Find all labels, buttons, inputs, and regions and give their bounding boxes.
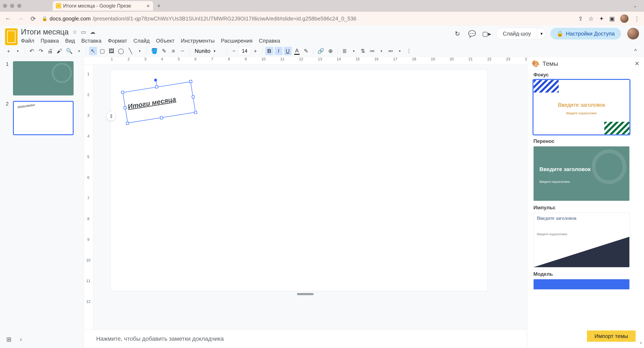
thumbnail-2[interactable]: 2 Итоги месяца xyxy=(6,101,78,135)
selected-textbox[interactable]: Итоги месяца xyxy=(122,81,196,123)
underline-button[interactable]: U xyxy=(284,47,292,55)
notes-resize-handle[interactable] xyxy=(297,293,314,295)
star-doc-icon[interactable]: ☆ xyxy=(72,29,77,35)
bold-button[interactable]: B xyxy=(265,47,273,55)
menu-tools[interactable]: Инструменты xyxy=(181,38,214,44)
insert-comment-button[interactable]: ⊕ xyxy=(326,47,334,55)
extensions-icon[interactable]: ✦ xyxy=(599,15,604,22)
share-button[interactable]: 🔒 Настройки Доступа xyxy=(550,28,621,39)
slideshow-dropdown[interactable]: ▾ xyxy=(537,28,546,39)
numbered-dropdown[interactable]: ▾ xyxy=(396,47,404,55)
speaker-notes[interactable]: Нажмите, чтобы добавить заметки докладчи… xyxy=(84,329,527,348)
font-size-increase[interactable]: + xyxy=(251,47,259,55)
menu-help[interactable]: Справка xyxy=(259,38,280,44)
share-icon[interactable]: ⇪ xyxy=(578,15,583,22)
line-spacing-button[interactable]: ⇅ xyxy=(359,47,367,55)
url-field[interactable]: 🔒 docs.google.com/presentation/d/1-qp78z… xyxy=(42,15,573,22)
resize-n[interactable] xyxy=(155,85,158,89)
doc-title[interactable]: Итоги месяца xyxy=(21,27,68,36)
fill-color-button[interactable]: 🪣 xyxy=(150,47,159,55)
menu-format[interactable]: Формат xyxy=(108,38,127,44)
back-button[interactable]: ← xyxy=(4,15,12,22)
meet-icon[interactable]: ▢▸ xyxy=(482,29,492,39)
resize-e[interactable] xyxy=(192,95,195,99)
numbered-list-button[interactable]: ≕ xyxy=(386,47,394,55)
profile-avatar[interactable] xyxy=(620,14,628,23)
rotate-handle[interactable] xyxy=(154,78,157,82)
new-tab-button[interactable]: + xyxy=(155,2,163,9)
bulleted-dropdown[interactable]: ▾ xyxy=(378,47,385,55)
explore-toggle-icon[interactable]: ‹ xyxy=(640,340,642,346)
window-close-dot[interactable] xyxy=(3,4,7,8)
menu-extensions[interactable]: Расширения xyxy=(221,38,252,44)
thumbnail-1[interactable]: 1 xyxy=(6,61,78,95)
window-zoom-dot[interactable] xyxy=(17,4,21,8)
menu-insert[interactable]: Вставка xyxy=(81,38,102,44)
theme-card-model[interactable] xyxy=(534,279,630,290)
align-dropdown[interactable]: ▾ xyxy=(350,47,358,55)
more-tools[interactable]: ⋮ xyxy=(405,47,413,55)
paint-format-button[interactable]: 🖌 xyxy=(56,47,63,55)
shape-tool[interactable]: ◯ xyxy=(117,47,125,55)
comments-icon[interactable]: 💬 xyxy=(467,29,477,39)
window-chevron-icon[interactable]: ⌄ xyxy=(633,3,637,8)
slideshow-button[interactable]: Слайд-шоу xyxy=(496,28,537,39)
font-size-input[interactable] xyxy=(238,47,251,55)
select-tool[interactable]: ↖ xyxy=(89,47,97,55)
forward-button[interactable]: → xyxy=(17,15,24,22)
browser-tab[interactable]: Итоги месяца - Google Презе × xyxy=(53,1,153,11)
reload-button[interactable]: ⟳ xyxy=(29,15,37,22)
resize-ne[interactable] xyxy=(189,80,192,83)
line-tool[interactable]: ╲ xyxy=(126,47,134,55)
close-themes-icon[interactable]: ✕ xyxy=(634,60,640,67)
align-button[interactable]: ≣ xyxy=(340,47,348,55)
collapse-filmstrip-icon[interactable]: ‹ xyxy=(20,336,22,343)
account-avatar[interactable] xyxy=(627,28,639,39)
import-theme-button[interactable]: Импорт темы xyxy=(587,331,636,342)
resize-sw[interactable] xyxy=(126,122,129,125)
window-controls[interactable] xyxy=(3,4,21,8)
border-dash-button[interactable]: ┄ xyxy=(178,47,186,55)
theme-card-impulse[interactable]: Введите заголовок Введите подзаголовок xyxy=(534,213,630,267)
border-color-button[interactable]: ✎ xyxy=(160,47,168,55)
font-select[interactable]: Nunito ▾ xyxy=(192,48,224,54)
zoom-button[interactable]: 🔍 xyxy=(64,47,74,55)
image-tool[interactable]: 🖼 xyxy=(108,47,116,55)
highlight-button[interactable]: ✎ xyxy=(302,47,310,55)
border-weight-button[interactable]: ≡ xyxy=(169,47,177,55)
move-doc-icon[interactable]: ▭ xyxy=(81,29,86,35)
grid-view-icon[interactable]: ⊞ xyxy=(6,336,12,343)
resize-s[interactable] xyxy=(160,116,163,119)
sidepanel-icon[interactable]: ▣ xyxy=(609,15,615,22)
kebab-icon[interactable]: ⋮ xyxy=(634,15,640,22)
bulleted-list-button[interactable]: ≔ xyxy=(368,47,376,55)
tab-close-icon[interactable]: × xyxy=(146,3,150,9)
new-slide-button[interactable]: ＋ xyxy=(4,47,12,55)
undo-button[interactable]: ↶ xyxy=(28,47,36,55)
insert-link-button[interactable]: 🔗 xyxy=(316,47,325,55)
menu-edit[interactable]: Правка xyxy=(40,38,59,44)
new-slide-dropdown[interactable]: ▾ xyxy=(14,47,22,55)
menu-slide[interactable]: Слайд xyxy=(134,38,150,44)
window-minimize-dot[interactable] xyxy=(10,4,14,8)
resize-nw[interactable] xyxy=(121,91,124,94)
resize-se[interactable] xyxy=(194,111,198,114)
font-size-decrease[interactable]: − xyxy=(230,47,238,55)
fit-handle-icon[interactable]: ⇕ xyxy=(107,112,116,121)
star-icon[interactable]: ☆ xyxy=(588,15,594,22)
menu-file[interactable]: Файл xyxy=(21,38,34,44)
italic-button[interactable]: I xyxy=(274,47,282,55)
theme-card-perenos[interactable]: Введите заголовок Введите подзаголовок xyxy=(534,146,630,201)
redo-button[interactable]: ↷ xyxy=(37,47,45,55)
resize-w[interactable] xyxy=(123,106,127,109)
menu-object[interactable]: Объект xyxy=(156,38,174,44)
slides-logo-icon[interactable] xyxy=(5,28,18,45)
theme-card-focus[interactable]: Введите заголовок Введите подзаголовок xyxy=(534,80,630,134)
history-icon[interactable]: ↻ xyxy=(452,29,462,39)
text-color-button[interactable]: A xyxy=(293,47,301,55)
print-button[interactable]: 🖨 xyxy=(46,47,54,55)
collapse-toolbar[interactable]: ^ xyxy=(632,47,640,55)
menu-view[interactable]: Вид xyxy=(65,38,75,44)
line-dropdown[interactable]: ▾ xyxy=(136,47,144,55)
textbox-tool[interactable]: ▢ xyxy=(98,47,106,55)
